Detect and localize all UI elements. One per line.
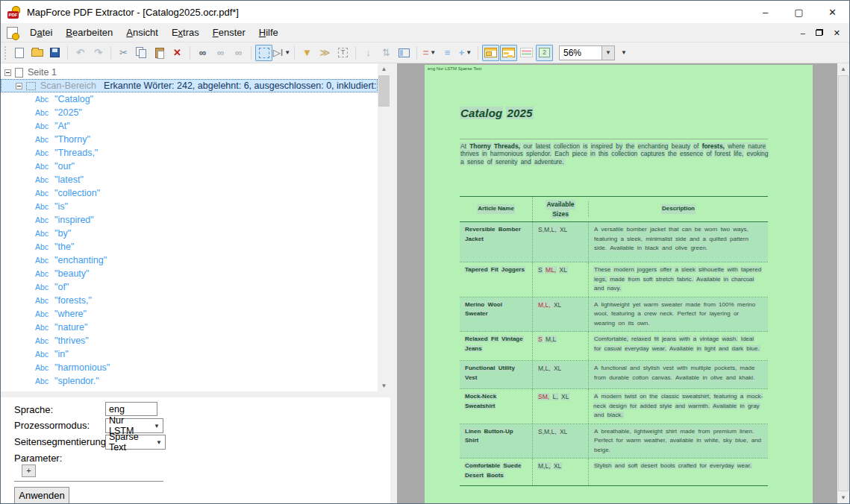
maximize-button[interactable]: ▢ xyxy=(782,1,816,23)
pdf-word[interactable]: Desert xyxy=(464,472,484,479)
pdf-word[interactable]: lightweight xyxy=(601,301,631,308)
menu-item-hilfe[interactable]: Hilfe xyxy=(252,24,285,41)
pdf-word[interactable]: vest xyxy=(662,365,675,371)
minimize-button[interactable]: – xyxy=(749,1,782,23)
pdf-word[interactable]: added xyxy=(640,403,657,409)
close-button[interactable]: ✕ xyxy=(816,1,849,23)
pdf-word[interactable]: for xyxy=(616,437,624,444)
pdf-word[interactable]: wool, xyxy=(593,310,609,317)
pdf-word[interactable]: multiple xyxy=(690,365,713,371)
redo-button[interactable]: ↷ xyxy=(90,45,107,61)
pdf-word[interactable]: jeans xyxy=(661,336,677,342)
undo-button[interactable]: ↶ xyxy=(72,45,89,61)
apply-button[interactable]: Anwenden xyxy=(14,487,69,504)
pdf-word[interactable]: the xyxy=(667,150,678,157)
layout-window-button[interactable] xyxy=(396,45,413,61)
pdf-word[interactable]: Fit xyxy=(490,336,499,342)
pdf-word[interactable]: where xyxy=(727,142,746,150)
pdf-word[interactable]: a xyxy=(460,158,465,166)
pdf-word[interactable]: warm xyxy=(643,301,660,308)
tree-word-item[interactable]: Abc"2025" xyxy=(1,106,378,119)
pdf-word[interactable]: a xyxy=(740,393,744,400)
pdf-word[interactable]: its xyxy=(627,320,634,327)
pdf-word[interactable]: be xyxy=(694,226,702,233)
pdf-word[interactable]: charcoal xyxy=(731,276,754,283)
pdf-word[interactable]: Available xyxy=(609,245,634,251)
pdf-word[interactable]: inspired xyxy=(590,142,613,150)
tree-word-item[interactable]: Abc"the" xyxy=(1,240,378,253)
tree-word-item[interactable]: Abc"nature" xyxy=(1,321,378,334)
pdf-word[interactable]: worn xyxy=(704,226,718,233)
pdf-word[interactable]: joggers xyxy=(637,266,657,273)
pdf-word[interactable]: green. xyxy=(690,245,708,251)
pdf-word[interactable]: black. xyxy=(607,412,624,418)
pdf-word[interactable]: design xyxy=(608,403,628,409)
pdf-word[interactable]: available xyxy=(669,437,694,444)
pdf-word[interactable]: made xyxy=(739,365,755,371)
pdf-word[interactable]: in xyxy=(637,245,643,251)
pdf-word[interactable]: is xyxy=(582,142,588,150)
pdf-word[interactable]: Comfortable, xyxy=(593,336,629,342)
pdf-word[interactable]: in xyxy=(696,345,702,352)
tree-word-item[interactable]: Abc"our" xyxy=(1,160,378,173)
tree-word-item[interactable]: Abc"by" xyxy=(1,227,378,240)
pdf-word[interactable]: legs, xyxy=(593,276,607,283)
pdf-word[interactable]: two xyxy=(720,226,731,233)
pdf-word[interactable]: Merino xyxy=(464,301,485,308)
menu-item-datei[interactable]: Datei xyxy=(23,24,59,41)
pdf-page[interactable]: eng Nur LSTM Sparse Text Catalog2025 At … xyxy=(425,65,813,503)
pdf-word[interactable]: weather, xyxy=(643,437,667,444)
pdf-word[interactable]: with xyxy=(676,365,688,371)
pdf-word[interactable]: Vintage xyxy=(501,336,524,342)
pdf-word[interactable]: a xyxy=(702,236,707,242)
pdf-word[interactable]: jacket xyxy=(649,226,666,233)
pdf-word[interactable]: in xyxy=(740,403,746,409)
pdf-word[interactable]: Threads, xyxy=(493,142,521,150)
pdf-word[interactable]: Joggers xyxy=(501,266,525,273)
pdf-word[interactable]: A xyxy=(593,393,599,400)
pdf-size-word[interactable]: SM, xyxy=(537,393,550,400)
pdf-word[interactable]: A xyxy=(593,365,599,371)
view-grid-button[interactable] xyxy=(518,45,535,61)
pdf-word[interactable]: casual xyxy=(604,345,622,352)
pdf-word[interactable]: this xyxy=(598,150,609,157)
mdi-restore-button[interactable] xyxy=(816,29,823,36)
pdf-word[interactable]: linen. xyxy=(739,428,754,435)
pdf-size-word[interactable]: S xyxy=(537,336,543,343)
pdf-word[interactable]: 100% xyxy=(718,301,734,308)
pdf-word[interactable]: and xyxy=(751,437,762,444)
pdf-size-word[interactable]: M,L, xyxy=(537,462,551,470)
pdf-word[interactable]: or xyxy=(733,310,740,317)
pdf-size-word[interactable]: ML, xyxy=(545,266,557,274)
pdf-word[interactable]: lightweight xyxy=(634,428,663,435)
pdf-word[interactable]: vintage xyxy=(699,336,720,342)
pdf-word[interactable]: Jacket xyxy=(464,236,484,242)
preview-scrollbar[interactable]: ▲ ▼ xyxy=(837,63,849,503)
align-rows-button[interactable]: ⇅ xyxy=(378,45,395,61)
pdf-word[interactable]: beige. xyxy=(593,447,611,453)
pdf-word[interactable]: Available xyxy=(712,403,737,409)
pdf-word[interactable]: adventure. xyxy=(534,158,565,166)
pdf-word[interactable]: latest xyxy=(535,142,551,150)
scroll-down-icon[interactable]: ▼ xyxy=(837,492,849,503)
pdf-word[interactable]: soft xyxy=(627,462,638,469)
pdf-word[interactable]: dark xyxy=(731,345,745,352)
pdf-word[interactable]: harmonious xyxy=(490,150,524,157)
pdf-word[interactable]: Button-Up xyxy=(484,428,514,435)
pdf-size-word[interactable]: M,L xyxy=(545,336,557,343)
pdf-word[interactable]: collection xyxy=(610,150,638,157)
pdf-title-word[interactable]: 2025 xyxy=(506,107,533,119)
pdf-word[interactable]: evoking xyxy=(746,150,769,157)
pdf-word[interactable]: Fit xyxy=(490,266,499,273)
filter-button[interactable]: ▼ xyxy=(299,45,316,61)
pdf-word[interactable]: pattern xyxy=(729,236,749,242)
tree-word-item[interactable]: Abc"thrives" xyxy=(1,334,378,347)
tree-root-seite1[interactable]: Seite 1 xyxy=(1,66,378,79)
tree-word-item[interactable]: Abc"is" xyxy=(1,200,378,213)
pdf-word[interactable]: Name xyxy=(497,204,515,214)
pdf-word[interactable]: serenity xyxy=(495,158,518,166)
scroll-up-icon[interactable]: ▲ xyxy=(378,63,390,75)
pdf-word[interactable]: cotton xyxy=(631,374,649,381)
list-items-button[interactable]: ≡ xyxy=(439,45,456,61)
pdf-word[interactable]: canvas. xyxy=(651,374,673,381)
